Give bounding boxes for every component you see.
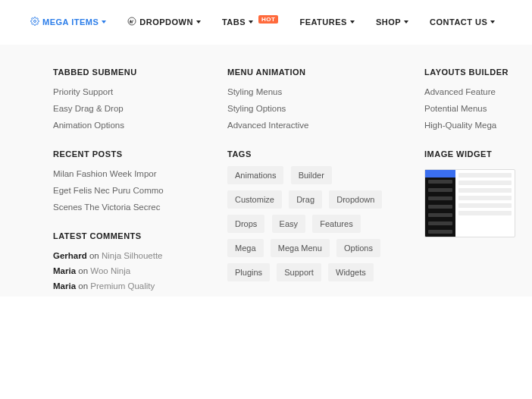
hot-badge: HOT xyxy=(258,15,278,24)
svg-point-0 xyxy=(34,20,36,23)
nav-contact-label: CONTACT US xyxy=(430,17,487,27)
comment-target: Woo Ninja xyxy=(90,266,130,275)
heading-fragment: TION xyxy=(0,68,23,77)
link-priority-support[interactable]: Priority Support xyxy=(53,87,197,96)
tag[interactable]: Mega xyxy=(227,239,264,257)
tag[interactable]: Drops xyxy=(227,215,264,233)
chevron-down-icon xyxy=(102,20,106,24)
link-potential-menus[interactable]: Potential Menus xyxy=(424,104,532,113)
tag[interactable]: Widgets xyxy=(328,263,374,281)
col-menu-animation: MENU ANIMATION Styling Menus Styling Opt… xyxy=(227,68,394,297)
col-cropped-left: TION . . s ek Impor xyxy=(0,68,23,297)
chevron-down-icon xyxy=(196,20,201,24)
mega-panel: TION . . s ek Impor TABBED SUBMENU Prior… xyxy=(0,45,532,297)
comment-on: on xyxy=(78,281,88,291)
tag[interactable]: Dropdown xyxy=(329,190,382,209)
comment-item[interactable]: Maria on Premium Quality xyxy=(53,281,197,291)
tag[interactable]: Plugins xyxy=(227,263,270,281)
comment-author: Gerhard xyxy=(53,251,87,260)
link-advanced-feature[interactable]: Advanced Feature xyxy=(424,87,532,96)
nav-mega-label: MEGA ITEMS xyxy=(42,17,99,27)
chevron-down-icon xyxy=(350,20,355,24)
nav-tabs-label: TABS xyxy=(222,17,246,27)
col-tabbed: TABBED SUBMENU Priority Support Easy Dra… xyxy=(53,68,197,297)
comment-target: Premium Quality xyxy=(90,281,155,291)
nav-dropdown[interactable]: DROPDOWN xyxy=(127,17,201,27)
heading-menu-animation: MENU ANIMATION xyxy=(227,68,394,77)
tag[interactable]: Easy xyxy=(272,215,305,233)
heading-layouts-builder: LAYOUTS BUILDER xyxy=(424,68,532,77)
tag[interactable]: Mega Menu xyxy=(271,239,330,257)
nav-mega-items[interactable]: MEGA ITEMS xyxy=(30,17,106,27)
link-fragment[interactable]: s xyxy=(0,121,23,130)
post-link[interactable]: Eget Felis Nec Puru Commo xyxy=(53,186,197,195)
comment-on: on xyxy=(78,266,88,275)
tag[interactable]: Drag xyxy=(289,190,322,209)
tag[interactable]: Animations xyxy=(227,166,283,184)
comment-item[interactable]: Maria on Woo Ninja xyxy=(53,266,197,275)
link-styling-menus[interactable]: Styling Menus xyxy=(227,87,394,96)
top-nav: MEGA ITEMS DROPDOWN TABS HOT FEATURES SH… xyxy=(0,0,532,45)
nav-features[interactable]: FEATURES xyxy=(299,17,354,27)
wordpress-icon xyxy=(127,17,136,27)
image-widget-preview[interactable] xyxy=(424,169,515,237)
nav-tabs[interactable]: TABS HOT xyxy=(222,17,279,27)
comment-author: Maria xyxy=(53,281,76,291)
tag[interactable]: Support xyxy=(277,263,321,281)
tag[interactable]: Features xyxy=(312,215,360,233)
tag-cloud: Animations Builder Customize Drag Dropdo… xyxy=(227,166,394,287)
heading-tags: TAGS xyxy=(227,149,394,159)
comment-on: on xyxy=(89,251,99,260)
link-advanced-interactive[interactable]: Advanced Interactive xyxy=(227,121,394,130)
post-link[interactable]: Milan Fashion Week Impor xyxy=(53,169,197,178)
thumb-caption: ek Impor xyxy=(0,243,23,253)
link-styling-options[interactable]: Styling Options xyxy=(227,104,394,113)
post-link[interactable]: Scenes The Victoria Secrec xyxy=(53,203,197,212)
link-easy-drag-drop[interactable]: Easy Drag & Drop xyxy=(53,104,197,113)
preview-main xyxy=(455,170,515,237)
nav-contact[interactable]: CONTACT US xyxy=(430,17,495,27)
chevron-down-icon xyxy=(249,20,253,24)
nav-dropdown-label: DROPDOWN xyxy=(139,17,193,27)
comment-item[interactable]: Gerhard on Ninja Silhouette xyxy=(53,251,197,260)
tag[interactable]: Customize xyxy=(227,190,282,209)
comment-author: Maria xyxy=(53,266,76,275)
heading-image-widget: IMAGE WIDGET xyxy=(424,149,532,159)
tag[interactable]: Options xyxy=(336,239,380,257)
gear-icon xyxy=(30,17,39,27)
nav-features-label: FEATURES xyxy=(299,17,346,27)
nav-shop[interactable]: SHOP xyxy=(376,17,408,27)
preview-sidebar xyxy=(425,170,455,237)
col-layouts: LAYOUTS BUILDER Advanced Feature Potenti… xyxy=(424,68,532,297)
link-animation-options[interactable]: Animation Options xyxy=(53,121,197,130)
nav-shop-label: SHOP xyxy=(376,17,401,27)
link-high-quality-mega[interactable]: High-Quality Mega xyxy=(424,121,532,130)
chevron-down-icon xyxy=(490,20,495,24)
heading-tabbed: TABBED SUBMENU xyxy=(53,68,197,77)
chevron-down-icon xyxy=(404,20,408,24)
heading-latest-comments: LATEST COMMENTS xyxy=(53,231,197,240)
comment-target: Ninja Silhouette xyxy=(102,251,163,260)
heading-recent-posts: RECENT POSTS xyxy=(53,149,197,159)
tag[interactable]: Builder xyxy=(291,166,332,184)
